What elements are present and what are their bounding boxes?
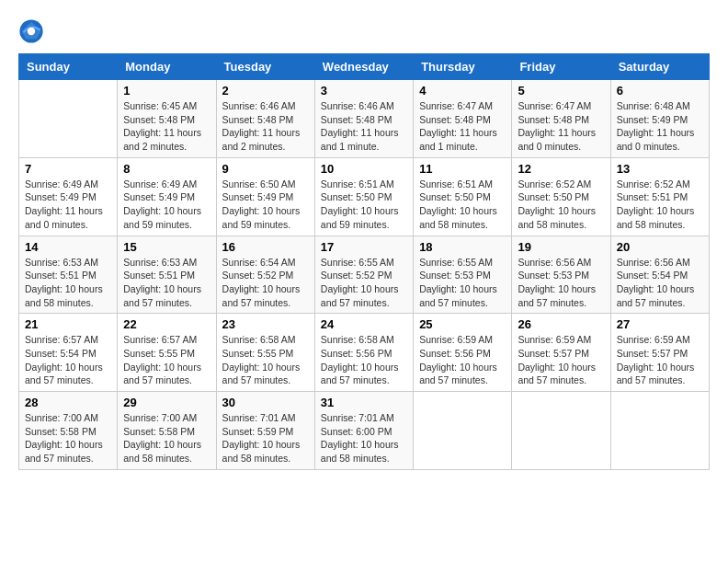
- day-number: 2: [222, 84, 309, 98]
- day-info: Sunrise: 6:50 AMSunset: 5:49 PMDaylight:…: [222, 178, 309, 232]
- day-info: Sunrise: 6:59 AMSunset: 5:57 PMDaylight:…: [617, 333, 703, 387]
- calendar-cell: 13Sunrise: 6:52 AMSunset: 5:51 PMDayligh…: [610, 157, 709, 236]
- day-info: Sunrise: 6:59 AMSunset: 5:56 PMDaylight:…: [419, 333, 506, 387]
- calendar-cell: 21Sunrise: 6:57 AMSunset: 5:54 PMDayligh…: [19, 314, 118, 392]
- day-number: 31: [321, 396, 407, 409]
- calendar-cell: [610, 392, 709, 470]
- day-number: 22: [123, 317, 210, 331]
- page-header: [18, 18, 710, 44]
- calendar-cell: [19, 80, 118, 158]
- day-number: 17: [321, 240, 407, 254]
- day-number: 15: [123, 240, 210, 254]
- calendar-cell: 12Sunrise: 6:52 AMSunset: 5:50 PMDayligh…: [512, 157, 610, 236]
- calendar-cell: 9Sunrise: 6:50 AMSunset: 5:49 PMDaylight…: [216, 157, 314, 236]
- day-info: Sunrise: 6:51 AMSunset: 5:50 PMDaylight:…: [419, 178, 506, 232]
- day-info: Sunrise: 6:57 AMSunset: 5:55 PMDaylight:…: [123, 333, 210, 387]
- weekday-header: Friday: [512, 54, 610, 80]
- calendar-cell: 15Sunrise: 6:53 AMSunset: 5:51 PMDayligh…: [118, 236, 216, 314]
- calendar-cell: 16Sunrise: 6:54 AMSunset: 5:52 PMDayligh…: [216, 236, 314, 314]
- day-number: 23: [222, 317, 309, 331]
- day-number: 5: [518, 84, 604, 98]
- calendar-cell: 17Sunrise: 6:55 AMSunset: 5:52 PMDayligh…: [314, 236, 413, 314]
- day-number: 10: [321, 162, 407, 176]
- day-info: Sunrise: 6:47 AMSunset: 5:48 PMDaylight:…: [419, 99, 506, 154]
- weekday-header: Sunday: [19, 54, 118, 80]
- calendar-cell: [414, 392, 512, 470]
- svg-point-2: [28, 28, 35, 35]
- day-number: 18: [419, 240, 506, 254]
- day-info: Sunrise: 6:56 AMSunset: 5:53 PMDaylight:…: [518, 256, 604, 310]
- calendar-cell: 27Sunrise: 6:59 AMSunset: 5:57 PMDayligh…: [610, 314, 709, 392]
- calendar-cell: 31Sunrise: 7:01 AMSunset: 6:00 PMDayligh…: [314, 392, 413, 470]
- calendar-cell: 7Sunrise: 6:49 AMSunset: 5:49 PMDaylight…: [19, 157, 118, 236]
- calendar-cell: 26Sunrise: 6:59 AMSunset: 5:57 PMDayligh…: [512, 314, 610, 392]
- day-info: Sunrise: 6:53 AMSunset: 5:51 PMDaylight:…: [25, 256, 111, 310]
- weekday-header: Wednesday: [314, 54, 413, 80]
- calendar-cell: 3Sunrise: 6:46 AMSunset: 5:48 PMDaylight…: [314, 80, 413, 158]
- day-number: 4: [419, 84, 506, 98]
- day-number: 19: [518, 240, 604, 254]
- calendar-cell: [512, 392, 610, 470]
- day-info: Sunrise: 6:45 AMSunset: 5:48 PMDaylight:…: [123, 99, 210, 154]
- day-info: Sunrise: 6:58 AMSunset: 5:56 PMDaylight:…: [321, 333, 407, 387]
- day-info: Sunrise: 6:56 AMSunset: 5:54 PMDaylight:…: [617, 256, 703, 310]
- day-number: 9: [222, 162, 309, 176]
- calendar-week-row: 7Sunrise: 6:49 AMSunset: 5:49 PMDaylight…: [19, 157, 710, 236]
- calendar-cell: 23Sunrise: 6:58 AMSunset: 5:55 PMDayligh…: [216, 314, 314, 392]
- day-info: Sunrise: 7:01 AMSunset: 6:00 PMDaylight:…: [321, 411, 407, 465]
- calendar-cell: 28Sunrise: 7:00 AMSunset: 5:58 PMDayligh…: [19, 392, 118, 470]
- day-info: Sunrise: 6:55 AMSunset: 5:52 PMDaylight:…: [321, 256, 407, 310]
- calendar-cell: 19Sunrise: 6:56 AMSunset: 5:53 PMDayligh…: [512, 236, 610, 314]
- day-info: Sunrise: 6:47 AMSunset: 5:48 PMDaylight:…: [518, 99, 604, 154]
- day-info: Sunrise: 6:53 AMSunset: 5:51 PMDaylight:…: [123, 256, 210, 310]
- day-number: 8: [123, 162, 210, 176]
- calendar-cell: 11Sunrise: 6:51 AMSunset: 5:50 PMDayligh…: [414, 157, 512, 236]
- day-info: Sunrise: 7:00 AMSunset: 5:58 PMDaylight:…: [25, 411, 111, 465]
- day-info: Sunrise: 7:01 AMSunset: 5:59 PMDaylight:…: [222, 411, 309, 465]
- day-info: Sunrise: 7:00 AMSunset: 5:58 PMDaylight:…: [123, 411, 210, 465]
- day-number: 12: [518, 162, 604, 176]
- logo-icon: [18, 18, 44, 44]
- calendar-cell: 18Sunrise: 6:55 AMSunset: 5:53 PMDayligh…: [414, 236, 512, 314]
- day-number: 3: [321, 84, 407, 98]
- day-number: 16: [222, 240, 309, 254]
- calendar-week-row: 28Sunrise: 7:00 AMSunset: 5:58 PMDayligh…: [19, 392, 710, 470]
- weekday-header: Tuesday: [216, 54, 314, 80]
- day-info: Sunrise: 6:51 AMSunset: 5:50 PMDaylight:…: [321, 178, 407, 232]
- calendar-week-row: 14Sunrise: 6:53 AMSunset: 5:51 PMDayligh…: [19, 236, 710, 314]
- calendar-cell: 6Sunrise: 6:48 AMSunset: 5:49 PMDaylight…: [610, 80, 709, 158]
- day-number: 28: [25, 396, 111, 409]
- day-number: 27: [617, 317, 703, 331]
- calendar-cell: 25Sunrise: 6:59 AMSunset: 5:56 PMDayligh…: [414, 314, 512, 392]
- day-number: 21: [25, 317, 111, 331]
- calendar-table: SundayMondayTuesdayWednesdayThursdayFrid…: [18, 53, 710, 470]
- day-info: Sunrise: 6:46 AMSunset: 5:48 PMDaylight:…: [222, 99, 309, 154]
- calendar-cell: 4Sunrise: 6:47 AMSunset: 5:48 PMDaylight…: [414, 80, 512, 158]
- weekday-header: Monday: [118, 54, 216, 80]
- day-info: Sunrise: 6:58 AMSunset: 5:55 PMDaylight:…: [222, 333, 309, 387]
- day-info: Sunrise: 6:52 AMSunset: 5:50 PMDaylight:…: [518, 178, 604, 232]
- day-number: 30: [222, 396, 309, 409]
- weekday-header: Saturday: [610, 54, 709, 80]
- day-info: Sunrise: 6:55 AMSunset: 5:53 PMDaylight:…: [419, 256, 506, 310]
- calendar-cell: 1Sunrise: 6:45 AMSunset: 5:48 PMDaylight…: [118, 80, 216, 158]
- day-info: Sunrise: 6:49 AMSunset: 5:49 PMDaylight:…: [123, 178, 210, 232]
- weekday-header-row: SundayMondayTuesdayWednesdayThursdayFrid…: [19, 54, 710, 80]
- weekday-header: Thursday: [414, 54, 512, 80]
- day-number: 29: [123, 396, 210, 409]
- day-number: 14: [25, 240, 111, 254]
- day-number: 7: [25, 162, 111, 176]
- calendar-cell: 30Sunrise: 7:01 AMSunset: 5:59 PMDayligh…: [216, 392, 314, 470]
- day-number: 6: [617, 84, 703, 98]
- day-info: Sunrise: 6:46 AMSunset: 5:48 PMDaylight:…: [321, 99, 407, 154]
- calendar-cell: 22Sunrise: 6:57 AMSunset: 5:55 PMDayligh…: [118, 314, 216, 392]
- day-number: 26: [518, 317, 604, 331]
- day-info: Sunrise: 6:57 AMSunset: 5:54 PMDaylight:…: [25, 333, 111, 387]
- calendar-cell: 29Sunrise: 7:00 AMSunset: 5:58 PMDayligh…: [118, 392, 216, 470]
- calendar-cell: 2Sunrise: 6:46 AMSunset: 5:48 PMDaylight…: [216, 80, 314, 158]
- day-info: Sunrise: 6:59 AMSunset: 5:57 PMDaylight:…: [518, 333, 604, 387]
- logo: [18, 18, 48, 44]
- day-number: 11: [419, 162, 506, 176]
- day-info: Sunrise: 6:54 AMSunset: 5:52 PMDaylight:…: [222, 256, 309, 310]
- calendar-cell: 5Sunrise: 6:47 AMSunset: 5:48 PMDaylight…: [512, 80, 610, 158]
